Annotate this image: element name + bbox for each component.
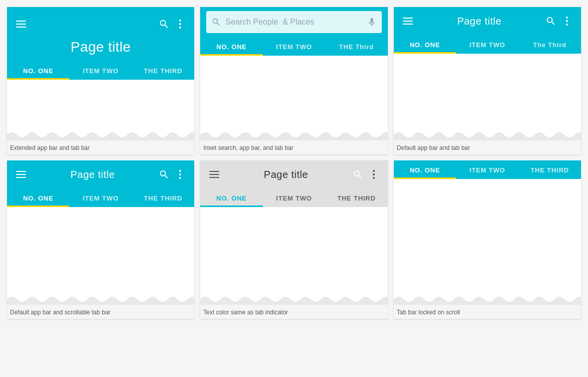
tab-item-two[interactable]: ITEM TWO <box>263 37 325 56</box>
hamburger-icon <box>16 21 26 28</box>
extended-app-bar: Page title <box>7 7 194 61</box>
search-button[interactable] <box>156 16 172 32</box>
content-area <box>394 54 581 140</box>
more-icon <box>373 170 375 179</box>
tab-bar: NO. ONE ITEM TWO THE THIRD <box>7 61 194 80</box>
search-bar <box>206 11 381 33</box>
card-search: NO. ONE ITEM TWO THE Third Inset search,… <box>200 7 387 154</box>
main-grid: Page title NO. ONE ITEM TWO THE THIRD Ex… <box>0 0 588 326</box>
more-button[interactable] <box>366 166 382 182</box>
card-default: Page title NO. ONE ITEM TWO The Third De… <box>394 7 581 154</box>
app-bar: Page title <box>7 160 194 188</box>
tab-item-two[interactable]: ITEM TWO <box>263 188 325 207</box>
tab-the-third[interactable]: THE THIRD <box>519 160 581 179</box>
tab-bar: NO. ONE ITEM TWO THE THIRD <box>7 188 194 207</box>
tab-no-one[interactable]: NO. ONE <box>394 160 456 179</box>
card-caption: Default app bar and scrollable tab bar <box>7 304 194 319</box>
content-area <box>394 179 581 304</box>
content-area <box>200 56 387 140</box>
search-bar-container <box>200 7 387 37</box>
app-bar-title: Page title <box>416 16 543 27</box>
content-area <box>7 80 194 140</box>
content-area <box>7 207 194 304</box>
menu-button[interactable] <box>13 16 29 32</box>
search-icon <box>352 169 363 180</box>
tab-the-third[interactable]: THE THIRD <box>132 61 194 80</box>
search-icon <box>545 16 556 27</box>
card-caption: Tab bar locked on scroll <box>394 304 581 319</box>
search-button[interactable] <box>350 166 366 182</box>
app-bar-title: Page title <box>29 169 156 180</box>
wave-decoration <box>394 130 581 140</box>
tab-the-third[interactable]: THE THIRD <box>132 188 194 207</box>
tab-item-two[interactable]: ITEM TWO <box>456 35 518 54</box>
app-bar-light: Page title <box>200 160 387 188</box>
wave-decoration <box>200 294 387 304</box>
card-caption: Default app bar and tab bar <box>394 140 581 154</box>
app-bar-title: Page title <box>13 35 188 61</box>
tab-item-two[interactable]: ITEM TWO <box>69 188 131 207</box>
tab-item-two[interactable]: ITEM TWO <box>456 160 518 179</box>
card-scrollable: Page title NO. ONE ITEM TWO THE THIRD De… <box>7 160 194 319</box>
tab-the-third[interactable]: THE THIRD <box>325 188 387 207</box>
card-extended: Page title NO. ONE ITEM TWO THE THIRD Ex… <box>7 7 194 154</box>
wave-decoration <box>7 294 194 304</box>
more-button[interactable] <box>172 16 188 32</box>
app-bar: Page title <box>394 7 581 35</box>
more-button[interactable] <box>559 13 575 29</box>
tab-no-one[interactable]: NO. ONE <box>7 188 69 207</box>
card-caption: Text color same as tab indicator <box>200 304 387 319</box>
tab-no-one[interactable]: NO. ONE <box>394 35 456 54</box>
content-area <box>200 207 387 304</box>
more-icon <box>179 20 181 29</box>
app-bar-title: Page title <box>222 169 349 180</box>
card-caption: Extended app bar and tab bar <box>7 140 194 154</box>
tab-the-third[interactable]: The Third <box>519 35 581 54</box>
wave-decoration <box>394 294 581 304</box>
menu-button[interactable] <box>400 13 416 29</box>
tab-no-one[interactable]: NO. ONE <box>200 188 262 207</box>
hamburger-icon <box>403 18 413 25</box>
more-icon <box>179 170 181 179</box>
hamburger-icon <box>209 171 219 178</box>
menu-button[interactable] <box>206 166 222 182</box>
search-button[interactable] <box>156 166 172 182</box>
card-caption: Inset search, app bar, and tab bar <box>200 140 387 154</box>
tab-bar: NO. ONE ITEM TWO The Third <box>394 35 581 54</box>
tab-bar: NO. ONE ITEM TWO THE Third <box>200 37 387 56</box>
tab-the-third[interactable]: THE Third <box>325 37 387 56</box>
tab-item-two[interactable]: ITEM TWO <box>69 61 131 80</box>
tab-bar-top: NO. ONE ITEM TWO THE THIRD <box>394 160 581 179</box>
tab-no-one[interactable]: NO. ONE <box>200 37 262 56</box>
search-icon <box>159 19 170 30</box>
card-tabonly: NO. ONE ITEM TWO THE THIRD Tab bar locke… <box>394 160 581 319</box>
tab-no-one[interactable]: NO. ONE <box>7 61 69 80</box>
hamburger-icon <box>16 171 26 178</box>
search-input[interactable] <box>221 18 366 27</box>
more-icon <box>566 17 568 26</box>
wave-decoration <box>7 130 194 140</box>
search-icon <box>159 169 170 180</box>
menu-button[interactable] <box>13 166 29 182</box>
tab-bar: NO. ONE ITEM TWO THE THIRD <box>200 188 387 207</box>
search-button[interactable] <box>543 13 559 29</box>
wave-decoration <box>200 130 387 140</box>
card-light: Page title NO. ONE ITEM TWO THE THIRD Te… <box>200 160 387 319</box>
mic-icon <box>367 17 377 27</box>
search-icon <box>211 17 221 27</box>
more-button[interactable] <box>172 166 188 182</box>
